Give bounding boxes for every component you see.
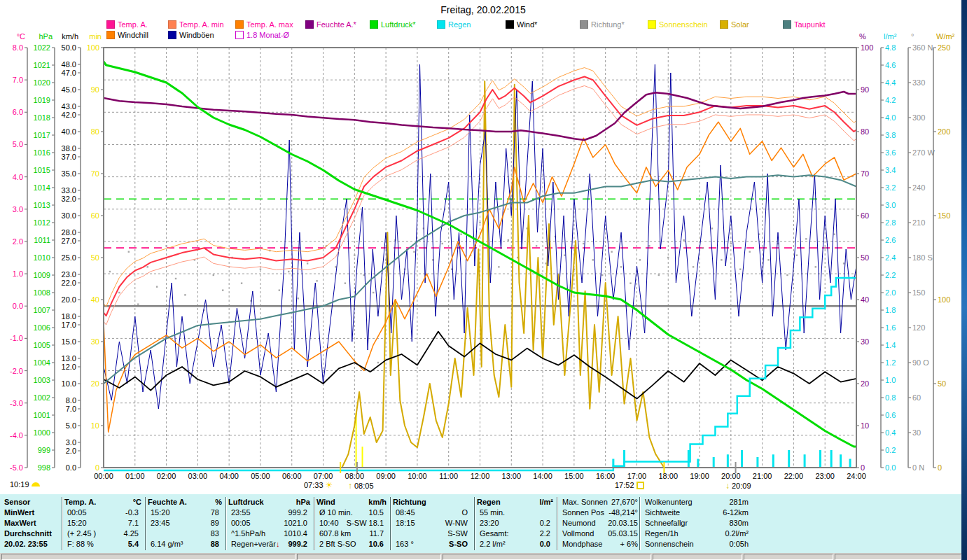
axis-min-L: 1009080706050403020100min (87, 32, 104, 472)
svg-text:-5.0: -5.0 (10, 463, 23, 472)
svg-text:1018: 1018 (34, 113, 50, 122)
astro-weather-value: 0:05h (695, 539, 749, 549)
svg-text:1.4: 1.4 (885, 341, 896, 349)
svg-text:17.0: 17.0 (62, 321, 76, 329)
table-cell-value: 1010.4 (261, 528, 307, 538)
table-row-label: MinWert (4, 507, 60, 517)
svg-text:12.0: 12.0 (62, 363, 76, 371)
svg-text:-2.0: -2.0 (10, 367, 23, 375)
half-sun-icon (32, 482, 40, 486)
x-axis-labels: 00:0001:0002:0003:0004:0005:0006:0007:00… (94, 472, 866, 480)
svg-text:38.0: 38.0 (62, 144, 76, 153)
svg-text:0.6: 0.6 (885, 411, 896, 419)
svg-text:4.0: 4.0 (885, 113, 896, 122)
svg-text:25.0: 25.0 (62, 253, 76, 262)
svg-text:43.0: 43.0 (62, 102, 76, 111)
svg-text:20.0: 20.0 (62, 295, 76, 304)
axis-C-L: 8.07.06.05.04.03.02.01.00.0-1.0-2.0-3.0-… (10, 32, 27, 472)
svg-text:07:00: 07:00 (314, 472, 333, 480)
sunset-time-label: 17:52 (615, 481, 634, 489)
table-cell-value: 78 (177, 507, 219, 517)
moonset-time-label: 20:09 (732, 482, 751, 490)
sensor-statistics-table: SensorMinWertMaxWertDurchschnitt20.02. 2… (0, 494, 961, 553)
axis-unit-label: hPa (39, 32, 53, 41)
table-header-unit: km/h (359, 497, 387, 507)
svg-text:60: 60 (912, 393, 921, 402)
svg-text:18.0: 18.0 (62, 312, 76, 321)
axis-unit-label: °C (17, 32, 25, 41)
svg-text:2.6: 2.6 (885, 236, 896, 244)
sunset-sun-icon (636, 482, 644, 489)
svg-text:08:00: 08:00 (345, 472, 365, 480)
table-row-label: Durchschnitt (4, 528, 60, 538)
svg-text:1001: 1001 (34, 411, 50, 419)
table-row-label: 20.02. 23:55 (4, 539, 60, 549)
svg-text:09:00: 09:00 (376, 472, 396, 480)
svg-text:100: 100 (87, 43, 99, 52)
svg-text:4.4: 4.4 (885, 78, 896, 87)
table-cell-value: 5.4 (95, 539, 139, 549)
table-header-unit: °C (111, 497, 141, 507)
svg-text:-1.0: -1.0 (10, 334, 23, 342)
svg-text:80: 80 (861, 127, 869, 136)
svg-text:1002: 1002 (34, 393, 50, 402)
svg-text:100: 100 (861, 43, 873, 52)
svg-text:22:00: 22:00 (784, 472, 804, 480)
svg-text:100: 100 (938, 295, 950, 304)
axis--R: 1009080706050403020100% (856, 32, 873, 472)
axis-unit-label: l/m² (884, 32, 897, 41)
svg-text:3.0: 3.0 (13, 205, 23, 214)
table-cell-value (508, 507, 550, 517)
svg-text:90: 90 (861, 85, 869, 94)
axis-Wm-R: 250200150100500W/m² (933, 32, 955, 472)
table-header-unit (440, 497, 471, 507)
series-regen-intervall (613, 450, 850, 468)
astro-sun-moon-value: 20.03.15 (599, 518, 638, 528)
svg-text:48.0: 48.0 (62, 60, 76, 69)
svg-text:6.0: 6.0 (13, 108, 23, 116)
moonset-arrow-icon: ↓ (725, 481, 730, 491)
svg-text:7.0: 7.0 (13, 76, 23, 84)
svg-text:2.8: 2.8 (885, 218, 896, 227)
svg-text:06:00: 06:00 (282, 472, 302, 480)
svg-text:8.0: 8.0 (66, 396, 76, 405)
svg-text:1022: 1022 (34, 43, 50, 52)
svg-text:47.0: 47.0 (62, 69, 76, 77)
table-header: Regen (477, 497, 522, 507)
svg-text:01:00: 01:00 (125, 472, 145, 480)
sunrise-time-label: 07:33 (304, 481, 324, 489)
svg-text:10.0: 10.0 (62, 379, 76, 388)
axis-kmh-L: 50.048.047.045.043.042.040.038.037.035.0… (62, 32, 81, 472)
svg-text:42.0: 42.0 (62, 111, 76, 119)
table-row-label: Sensor (4, 497, 60, 507)
svg-text:0.2: 0.2 (885, 446, 896, 454)
svg-text:13.0: 13.0 (62, 354, 76, 363)
moonrise-arrow-icon: ↑ (348, 481, 352, 491)
svg-text:1.0: 1.0 (885, 376, 896, 384)
table-cell-value: 0.2 (508, 518, 550, 528)
svg-text:70: 70 (91, 169, 99, 178)
axis-unit-label: km/h (62, 32, 78, 41)
weather-chart-canvas: 8.07.06.05.04.03.02.01.00.0-1.0-2.0-3.0-… (0, 0, 961, 560)
svg-text:05:00: 05:00 (251, 472, 270, 480)
table-cell-value: 1021.0 (261, 518, 307, 528)
svg-text:2.0: 2.0 (13, 237, 23, 246)
svg-text:23:00: 23:00 (815, 472, 835, 480)
svg-text:3.4: 3.4 (885, 166, 896, 174)
table-cell-value: 11.7 (345, 528, 384, 538)
svg-text:10: 10 (861, 421, 869, 430)
table-cell-value: 999.2 (261, 507, 307, 517)
svg-text:13:00: 13:00 (502, 472, 522, 480)
svg-text:998: 998 (38, 463, 50, 472)
svg-text:60: 60 (91, 211, 99, 220)
axis-unit-label: min (89, 32, 102, 41)
svg-text:0.0: 0.0 (885, 463, 896, 472)
svg-text:1007: 1007 (34, 306, 50, 314)
svg-text:0.4: 0.4 (885, 428, 896, 437)
astro-weather-value: 6-12km (695, 507, 749, 517)
svg-text:4.2: 4.2 (885, 96, 896, 104)
svg-text:1017: 1017 (34, 131, 50, 139)
astro-weather-value: 830m (695, 518, 749, 528)
svg-text:40: 40 (91, 295, 99, 304)
svg-text:10:00: 10:00 (408, 472, 427, 480)
